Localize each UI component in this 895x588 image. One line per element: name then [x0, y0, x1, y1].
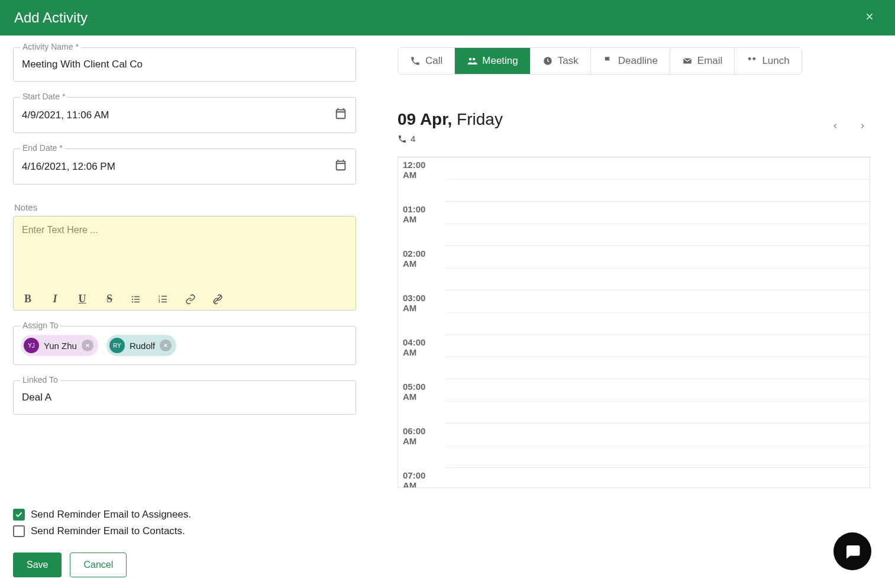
numbered-list-icon[interactable]: 123	[158, 294, 170, 305]
hour-slot[interactable]	[445, 424, 870, 468]
assign-to-field: Assign To YJYun ZhuRYRudolf	[13, 326, 356, 365]
activity-type-tabs: CallMeetingTaskDeadlineEmailLunch	[398, 47, 802, 75]
activity-type-label: Lunch	[762, 55, 789, 67]
notes-toolbar: B I U S 123	[14, 288, 356, 310]
calendar-date-heading: 09 Apr, Friday	[398, 110, 503, 129]
chat-widget-button[interactable]	[833, 532, 871, 570]
timeline-hour-row[interactable]: 03:00 AM	[398, 290, 870, 335]
checkbox-checked-icon	[13, 509, 25, 521]
checkbox-empty-icon	[13, 525, 25, 537]
activity-name-field: Activity Name * Meeting With Client Cal …	[13, 47, 356, 82]
svg-text:3: 3	[159, 300, 160, 303]
save-button[interactable]: Save	[13, 553, 62, 577]
svg-rect-7	[134, 301, 140, 302]
svg-point-6	[132, 301, 133, 302]
close-icon[interactable]	[858, 5, 881, 31]
strikethrough-icon[interactable]: S	[104, 293, 115, 305]
svg-rect-3	[134, 296, 140, 297]
start-date-label: Start Date *	[20, 92, 67, 101]
utensils-icon	[747, 56, 757, 66]
reminder-contacts-checkbox[interactable]: Send Reminder Email to Contacts.	[13, 525, 882, 537]
timeline-hour-row[interactable]: 05:00 AM	[398, 379, 870, 424]
hour-label: 03:00 AM	[398, 290, 445, 335]
flag-icon	[603, 56, 613, 66]
hour-label: 06:00 AM	[398, 424, 445, 468]
unlink-icon[interactable]	[212, 294, 224, 305]
activity-type-task[interactable]: Task	[531, 48, 591, 74]
svg-point-19	[469, 58, 472, 61]
prev-day-button[interactable]	[828, 117, 843, 137]
assignee-name: Rudolf	[130, 341, 155, 351]
timeline-hour-row[interactable]: 02:00 AM	[398, 246, 870, 290]
hour-label: 12:00 AM	[398, 157, 445, 202]
end-date-field: End Date * 4/16/2021, 12:06 PM	[13, 148, 356, 185]
activity-type-call[interactable]: Call	[398, 48, 455, 74]
hour-label: 02:00 AM	[398, 246, 445, 290]
dialog-title: Add Activity	[14, 9, 88, 26]
hour-slot[interactable]	[445, 335, 870, 379]
activity-type-meeting[interactable]: Meeting	[455, 48, 530, 74]
avatar: YJ	[24, 338, 39, 353]
start-date-input[interactable]: 4/9/2021, 11:06 AM	[13, 97, 356, 133]
timeline-hour-row[interactable]: 06:00 AM	[398, 424, 870, 468]
italic-icon[interactable]: I	[49, 293, 61, 305]
activity-type-label: Email	[697, 55, 723, 67]
call-count: 4	[398, 134, 503, 144]
cancel-button[interactable]: Cancel	[70, 553, 127, 577]
notes-textarea[interactable]: Enter Text Here ...	[14, 217, 356, 288]
linked-to-input[interactable]: Deal A	[13, 380, 356, 415]
reminder-assignees-checkbox[interactable]: Send Reminder Email to Assignees.	[13, 509, 882, 521]
link-icon[interactable]	[185, 294, 197, 305]
calendar-icon[interactable]	[334, 107, 347, 123]
remove-chip-icon[interactable]	[82, 340, 93, 351]
hour-label: 01:00 AM	[398, 202, 445, 246]
hour-slot[interactable]	[445, 202, 870, 246]
phone-icon	[398, 134, 407, 144]
activity-type-lunch[interactable]: Lunch	[735, 48, 801, 74]
avatar: RY	[109, 338, 125, 353]
notes-field-wrapper: Notes Enter Text Here ... B I U S 123	[13, 202, 356, 311]
hour-slot[interactable]	[445, 379, 870, 424]
activity-type-email[interactable]: Email	[670, 48, 735, 74]
assignee-chip[interactable]: YJYun Zhu	[21, 335, 98, 356]
end-date-input[interactable]: 4/16/2021, 12:06 PM	[13, 148, 356, 185]
hour-label: 07:00 AM	[398, 468, 445, 488]
activity-name-label: Activity Name *	[20, 42, 81, 51]
notes-label: Notes	[13, 202, 356, 212]
timeline-hour-row[interactable]: 07:00 AM	[398, 468, 870, 488]
hour-slot[interactable]	[445, 246, 870, 290]
activity-type-deadline[interactable]: Deadline	[591, 48, 670, 74]
timeline-hour-row[interactable]: 04:00 AM	[398, 335, 870, 379]
activity-type-label: Call	[425, 55, 442, 67]
activity-name-input[interactable]: Meeting With Client Cal Co	[13, 47, 356, 82]
bullet-list-icon[interactable]	[131, 294, 143, 305]
dialog-header: Add Activity	[0, 0, 895, 35]
day-timeline[interactable]: 12:00 AM01:00 AM02:00 AM03:00 AM04:00 AM…	[398, 157, 870, 488]
timeline-hour-row[interactable]: 01:00 AM	[398, 202, 870, 246]
hour-slot[interactable]	[445, 290, 870, 335]
linked-to-field: Linked To Deal A	[13, 380, 356, 415]
linked-to-label: Linked To	[20, 375, 60, 385]
next-day-button[interactable]	[855, 117, 870, 137]
calendar-icon[interactable]	[334, 159, 347, 175]
start-date-field: Start Date * 4/9/2021, 11:06 AM	[13, 97, 356, 133]
remove-chip-icon[interactable]	[160, 340, 172, 351]
svg-point-4	[132, 298, 133, 299]
assign-to-input[interactable]: YJYun ZhuRYRudolf	[13, 326, 356, 365]
svg-rect-5	[134, 299, 140, 300]
notes-editor: Enter Text Here ... B I U S 123	[13, 216, 356, 311]
hour-slot[interactable]	[445, 157, 870, 202]
timeline-hour-row[interactable]: 12:00 AM	[398, 157, 870, 202]
svg-point-2	[132, 296, 133, 297]
underline-icon[interactable]: U	[76, 293, 88, 305]
bold-icon[interactable]: B	[22, 293, 34, 305]
mail-icon	[682, 56, 693, 66]
clock-icon	[542, 56, 553, 66]
hour-slot[interactable]	[445, 468, 870, 488]
svg-point-20	[473, 58, 476, 61]
assignee-name: Yun Zhu	[44, 341, 77, 351]
hour-label: 05:00 AM	[398, 379, 445, 424]
assignee-chip[interactable]: RYRudolf	[106, 335, 176, 356]
svg-rect-13	[161, 301, 167, 302]
activity-type-label: Meeting	[482, 55, 518, 67]
